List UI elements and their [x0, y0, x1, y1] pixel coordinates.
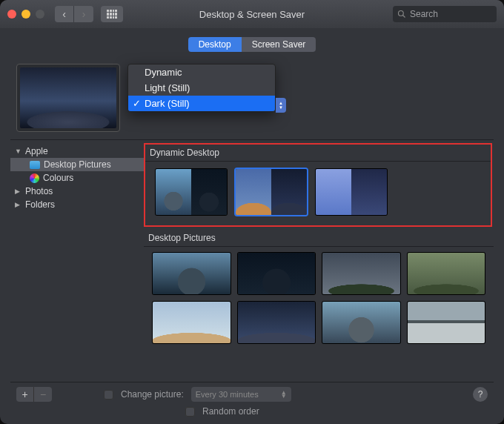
wallpaper-thumb[interactable] — [322, 253, 400, 294]
search-placeholder: Search — [410, 9, 438, 19]
dynamic-thumbs — [145, 162, 491, 225]
section-title-pictures: Desktop Pictures — [144, 230, 494, 246]
nav-buttons: ‹ › — [55, 6, 93, 22]
wallpaper-thumb[interactable] — [153, 253, 231, 294]
wallpaper-thumb[interactable] — [322, 302, 400, 343]
source-sidebar: ▼ Apple Desktop Pictures Colours ▶ Photo… — [10, 143, 144, 374]
sidebar-group-folders[interactable]: ▶ Folders — [10, 198, 144, 211]
forward-button: › — [74, 6, 93, 22]
colour-wheel-icon — [30, 173, 39, 183]
wallpaper-thumb[interactable] — [408, 253, 485, 294]
add-button[interactable]: + — [16, 387, 34, 402]
wallpaper-content: Dynamic Desktop Desktop Pi — [144, 143, 494, 374]
window-controls — [7, 10, 44, 19]
folder-icon — [30, 161, 40, 169]
sidebar-group-apple[interactable]: ▼ Apple — [10, 145, 144, 158]
appearance-dropdown[interactable]: Dynamic Light (Still) Dark (Still) ▲▼ — [127, 64, 276, 112]
change-picture-label: Change picture: — [121, 389, 184, 400]
chevron-updown-icon: ▲▼ — [281, 391, 287, 398]
search-field[interactable]: Search — [393, 6, 497, 22]
prefs-window: { "titlebar": { "title": "Desktop & Scre… — [0, 0, 504, 424]
desktop-pictures-grid — [144, 247, 494, 343]
tab-bar: Desktop Screen Saver — [10, 37, 494, 52]
minimize-icon[interactable] — [21, 10, 30, 19]
sidebar-item-colours[interactable]: Colours — [10, 171, 144, 185]
dynamic-desktop-highlight: Dynamic Desktop — [144, 143, 492, 227]
disclosure-triangle-icon[interactable]: ▼ — [15, 148, 21, 155]
wallpaper-thumb[interactable] — [153, 302, 231, 343]
disclosure-triangle-icon[interactable]: ▶ — [15, 201, 21, 208]
wallpaper-preview-image — [20, 67, 116, 128]
wallpaper-preview — [16, 64, 120, 132]
body: Desktop Screen Saver Dynamic Light (Stil… — [0, 28, 504, 424]
preview-row: Dynamic Light (Still) Dark (Still) ▲▼ — [10, 59, 494, 132]
dynamic-thumb-mojave[interactable] — [236, 169, 307, 215]
show-all-button[interactable] — [101, 6, 123, 22]
dropdown-option-selected[interactable]: Dark (Still) — [128, 96, 275, 111]
dropdown-option[interactable]: Dynamic — [128, 64, 275, 80]
sidebar-item-desktop-pictures[interactable]: Desktop Pictures — [10, 158, 144, 171]
close-icon[interactable] — [7, 10, 16, 19]
wallpaper-thumb[interactable] — [238, 302, 316, 343]
random-order-label: Random order — [202, 406, 259, 417]
interval-select[interactable]: Every 30 minutes ▲▼ — [191, 387, 291, 402]
random-order-checkbox[interactable] — [185, 407, 195, 417]
wallpaper-thumb[interactable] — [408, 302, 485, 343]
help-button[interactable]: ? — [473, 387, 488, 402]
search-icon — [397, 10, 406, 19]
disclosure-triangle-icon[interactable]: ▶ — [15, 188, 21, 195]
dropdown-option[interactable]: Light (Still) — [128, 80, 275, 96]
add-remove-source: + − — [16, 387, 52, 402]
tab-screensaver[interactable]: Screen Saver — [242, 37, 316, 52]
dynamic-thumb-catalina[interactable] — [156, 169, 227, 215]
section-title-dynamic: Dynamic Desktop — [145, 145, 491, 161]
back-button[interactable]: ‹ — [55, 6, 74, 22]
remove-button: − — [34, 387, 52, 402]
bottom-bar: + − Change picture: Every 30 minutes ▲▼ … — [10, 382, 494, 402]
sidebar-group-photos[interactable]: ▶ Photos — [10, 185, 144, 198]
grid-icon — [107, 10, 117, 19]
change-picture-checkbox[interactable] — [104, 390, 113, 400]
wallpaper-thumb[interactable] — [238, 253, 316, 294]
zoom-icon[interactable] — [36, 10, 44, 19]
tab-desktop[interactable]: Desktop — [188, 37, 242, 52]
svg-line-1 — [403, 16, 405, 18]
svg-point-0 — [399, 11, 404, 16]
titlebar: ‹ › Desktop & Screen Saver Search — [0, 0, 504, 28]
dynamic-thumb-gradient[interactable] — [316, 169, 387, 215]
dropdown-stepper-icon[interactable]: ▲▼ — [276, 98, 286, 113]
main-area: ▼ Apple Desktop Pictures Colours ▶ Photo… — [10, 139, 494, 374]
